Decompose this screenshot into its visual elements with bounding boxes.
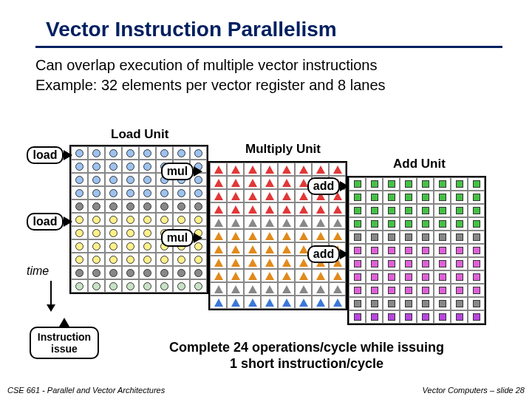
grid-cell xyxy=(210,216,227,229)
grid-cell xyxy=(349,177,366,191)
square-icon xyxy=(354,260,361,267)
circle-icon xyxy=(92,216,100,224)
grid-cell xyxy=(122,186,139,200)
circle-icon xyxy=(109,269,117,277)
circle-icon xyxy=(109,216,117,224)
grid-cell xyxy=(468,204,485,217)
square-icon xyxy=(439,260,446,267)
triangle-icon xyxy=(214,245,223,253)
grid-cell xyxy=(71,226,88,239)
circle-icon xyxy=(160,149,168,157)
grid-cell xyxy=(278,229,295,242)
triangle-icon xyxy=(333,285,342,293)
grid-cell xyxy=(88,253,105,266)
circle-icon xyxy=(177,216,185,224)
grid-cell xyxy=(261,176,278,189)
triangle-icon xyxy=(282,259,291,267)
grid-cell xyxy=(434,257,451,270)
circle-icon xyxy=(75,216,83,224)
grid-cell xyxy=(244,216,261,229)
triangle-icon xyxy=(248,232,257,240)
square-icon xyxy=(405,233,412,241)
square-icon xyxy=(371,207,378,214)
square-icon xyxy=(388,260,395,267)
square-icon xyxy=(422,273,429,281)
square-icon xyxy=(473,180,480,188)
grid-cell xyxy=(434,217,451,231)
triangle-icon xyxy=(333,205,342,214)
circle-icon xyxy=(75,202,83,211)
circle-icon xyxy=(92,229,100,237)
circle-icon xyxy=(194,242,202,250)
square-icon xyxy=(354,273,361,281)
grid-cell xyxy=(295,229,312,242)
triangle-icon xyxy=(333,232,342,240)
circle-icon xyxy=(75,256,83,264)
grid-cell xyxy=(312,229,329,242)
square-icon xyxy=(405,207,412,214)
triangle-icon xyxy=(316,232,325,240)
triangle-icon xyxy=(265,299,274,307)
grid-cell xyxy=(105,279,122,293)
grid-cell xyxy=(383,310,400,324)
circle-icon xyxy=(109,229,117,237)
grid-cell xyxy=(451,244,468,257)
triangle-icon xyxy=(214,285,223,293)
add-op-1: add xyxy=(307,177,340,195)
square-icon xyxy=(456,313,463,321)
square-icon xyxy=(439,180,446,188)
grid-cell xyxy=(400,284,417,297)
triangle-icon xyxy=(333,166,342,174)
grid-cell xyxy=(295,202,312,216)
grid-cell xyxy=(261,242,278,256)
grid-cell xyxy=(312,202,329,216)
square-icon xyxy=(422,220,429,228)
circle-icon xyxy=(126,149,134,157)
grid-cell xyxy=(451,270,468,284)
grid-cell xyxy=(295,163,312,176)
grid-cell xyxy=(139,213,156,226)
time-axis-label: time xyxy=(27,265,49,278)
grid-cell xyxy=(88,186,105,200)
grid-cell xyxy=(139,173,156,186)
grid-cell xyxy=(261,296,278,309)
square-icon xyxy=(388,247,395,254)
square-icon xyxy=(354,313,361,321)
grid-cell xyxy=(329,163,346,176)
square-icon xyxy=(439,194,446,201)
grid-cell xyxy=(312,296,329,309)
circle-icon xyxy=(160,282,168,290)
grid-cell xyxy=(190,266,207,279)
triangle-icon xyxy=(265,285,274,293)
grid-cell xyxy=(210,296,227,309)
triangle-icon xyxy=(265,245,274,253)
triangle-icon xyxy=(265,259,274,267)
mul-op-2: mul xyxy=(161,229,194,247)
square-icon xyxy=(422,180,429,188)
grid-cell xyxy=(71,213,88,226)
grid-cell xyxy=(105,239,122,253)
grid-cell xyxy=(400,310,417,324)
grid-cell xyxy=(278,269,295,282)
triangle-icon xyxy=(282,285,291,293)
square-icon xyxy=(354,207,361,214)
circle-icon xyxy=(160,202,168,211)
grid-cell xyxy=(173,253,190,266)
square-icon xyxy=(439,273,446,281)
add-op-2: add xyxy=(307,245,340,263)
circle-icon xyxy=(126,216,134,224)
square-icon xyxy=(371,260,378,267)
intro-text: Can overlap execution of multiple vector… xyxy=(0,55,532,95)
grid-cell xyxy=(278,216,295,229)
square-icon xyxy=(354,233,361,241)
grid-cell xyxy=(139,186,156,200)
triangle-icon xyxy=(265,166,274,174)
grid-cell xyxy=(244,242,261,256)
circle-icon xyxy=(126,176,134,184)
grid-cell xyxy=(434,284,451,297)
grid-cell xyxy=(451,297,468,310)
grid-cell xyxy=(451,217,468,231)
grid-cell xyxy=(173,266,190,279)
square-icon xyxy=(473,273,480,281)
triangle-icon xyxy=(231,299,240,307)
